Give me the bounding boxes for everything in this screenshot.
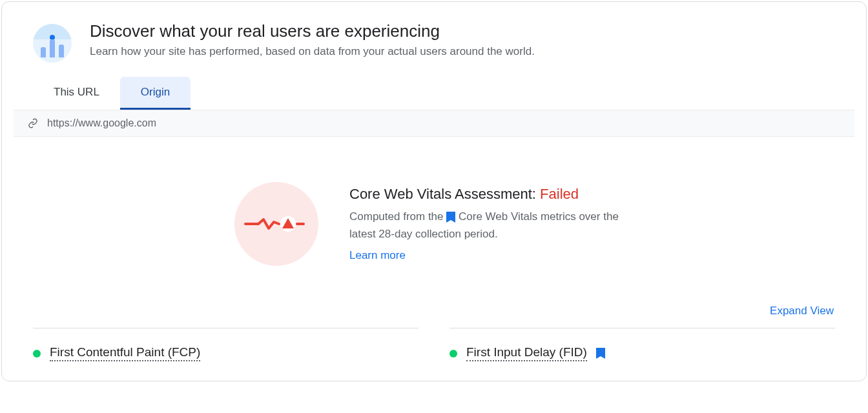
vitals-failed-icon (234, 182, 318, 266)
assessment-title: Core Web Vitals Assessment: Failed (349, 186, 634, 203)
scope-tabs: This URL Origin (33, 77, 866, 110)
header-text: Discover what your real users are experi… (90, 21, 535, 58)
assessment-text: Core Web Vitals Assessment: Failed Compu… (349, 186, 634, 262)
metric-name: First Contentful Paint (FCP) (50, 345, 200, 361)
card-header: Discover what your real users are experi… (2, 2, 866, 63)
card-subtitle: Learn how your site has performed, based… (90, 45, 535, 58)
metric-fid[interactable]: First Input Delay (FID) (450, 328, 835, 361)
tab-origin[interactable]: Origin (120, 77, 191, 110)
expand-view-link[interactable]: Expand View (770, 305, 834, 317)
link-icon (28, 118, 38, 128)
status-dot-good (450, 350, 457, 358)
metric-name: First Input Delay (FID) (466, 345, 587, 361)
url-text: https://www.google.com (47, 117, 156, 129)
url-bar: https://www.google.com (14, 110, 854, 137)
expand-row: Expand View (2, 305, 866, 328)
bookmark-icon (596, 348, 605, 359)
bookmark-icon (446, 212, 455, 223)
card-title: Discover what your real users are experi… (90, 21, 535, 41)
tab-this-url[interactable]: This URL (33, 77, 120, 110)
metric-fcp[interactable]: First Contentful Paint (FCP) (33, 328, 418, 361)
status-dot-good (33, 350, 41, 358)
assessment-description: Computed from the Core Web Vitals metric… (349, 208, 634, 243)
field-data-card: Discover what your real users are experi… (1, 1, 867, 381)
metrics-grid: First Contentful Paint (FCP) First Input… (2, 328, 866, 381)
users-chart-icon (33, 24, 72, 63)
learn-more-link[interactable]: Learn more (349, 249, 406, 262)
assessment-section: Core Web Vitals Assessment: Failed Compu… (2, 137, 866, 305)
assessment-status: Failed (540, 186, 579, 202)
